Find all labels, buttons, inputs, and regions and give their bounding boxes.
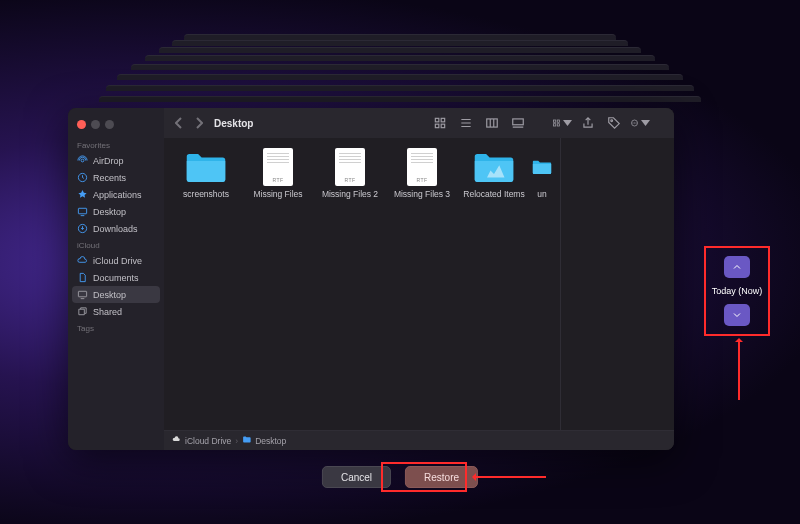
svg-point-15 bbox=[611, 120, 613, 122]
zoom-window-button[interactable] bbox=[105, 120, 114, 129]
timeline-navigator: Today (Now) bbox=[704, 246, 770, 336]
view-gallery-button[interactable] bbox=[508, 113, 528, 133]
sidebar-item-applications[interactable]: Applications bbox=[68, 186, 164, 203]
svg-point-0 bbox=[81, 159, 84, 162]
chevron-right-icon: › bbox=[235, 436, 238, 446]
tags-button[interactable] bbox=[604, 113, 624, 133]
close-window-button[interactable] bbox=[77, 120, 86, 129]
timeline-stack-layer bbox=[106, 85, 694, 91]
sidebar-item-desktop-icloud[interactable]: Desktop bbox=[72, 286, 160, 303]
svg-rect-8 bbox=[441, 124, 445, 128]
apps-icon bbox=[77, 189, 88, 200]
sidebar-item-label: Shared bbox=[93, 307, 122, 317]
folder-icon bbox=[242, 435, 251, 446]
sidebar-item-airdrop[interactable]: AirDrop bbox=[68, 152, 164, 169]
sidebar-item-label: Desktop bbox=[93, 207, 126, 217]
sidebar-item-downloads[interactable]: Downloads bbox=[68, 220, 164, 237]
timeline-stack-layer bbox=[159, 47, 641, 53]
timeline-forward-button[interactable] bbox=[724, 304, 750, 326]
sidebar-section-header: Tags bbox=[68, 320, 164, 335]
sidebar-item-recents[interactable]: Recents bbox=[68, 169, 164, 186]
svg-rect-14 bbox=[557, 124, 559, 126]
svg-rect-9 bbox=[487, 119, 498, 127]
downloads-icon bbox=[77, 223, 88, 234]
share-button[interactable] bbox=[578, 113, 598, 133]
desktop-icon bbox=[77, 206, 88, 217]
airdrop-icon bbox=[77, 155, 88, 166]
sidebar-item-label: Documents bbox=[93, 273, 139, 283]
view-icons-button[interactable] bbox=[430, 113, 450, 133]
folder-icon bbox=[185, 151, 227, 183]
main-panel: Desktop screenshots Missing F bbox=[164, 108, 674, 450]
sidebar-item-label: Applications bbox=[93, 190, 142, 200]
action-menu-button[interactable] bbox=[630, 113, 650, 133]
file-grid[interactable]: screenshots Missing Files Missing Files … bbox=[164, 138, 560, 430]
view-columns-button[interactable] bbox=[482, 113, 502, 133]
sidebar-item-label: Downloads bbox=[93, 224, 138, 234]
svg-rect-6 bbox=[441, 118, 445, 122]
svg-rect-12 bbox=[557, 120, 559, 122]
cloud-icon bbox=[77, 255, 88, 266]
document-icon bbox=[77, 272, 88, 283]
folder-item[interactable]: screenshots bbox=[172, 148, 240, 200]
folder-item-clipped[interactable]: un bbox=[532, 148, 552, 200]
back-button[interactable] bbox=[172, 113, 186, 133]
sidebar-item-icloud-drive[interactable]: iCloud Drive bbox=[68, 252, 164, 269]
content-area: screenshots Missing Files Missing Files … bbox=[164, 138, 674, 430]
folder-icon bbox=[532, 151, 552, 183]
group-by-button[interactable] bbox=[552, 113, 572, 133]
timeline-stack-layer bbox=[117, 74, 683, 80]
shared-icon bbox=[77, 306, 88, 317]
finder-window: Favorites AirDrop Recents Applications D… bbox=[68, 108, 674, 450]
clock-icon bbox=[77, 172, 88, 183]
svg-rect-5 bbox=[435, 118, 439, 122]
rtf-document-icon bbox=[407, 148, 437, 186]
svg-rect-11 bbox=[554, 120, 556, 122]
sidebar-item-label: AirDrop bbox=[93, 156, 124, 166]
minimize-window-button[interactable] bbox=[91, 120, 100, 129]
timeline-back-button[interactable] bbox=[724, 256, 750, 278]
sidebar-section-header: iCloud bbox=[68, 237, 164, 252]
sidebar: Favorites AirDrop Recents Applications D… bbox=[68, 108, 164, 450]
rtf-document-icon bbox=[263, 148, 293, 186]
svg-rect-7 bbox=[435, 124, 439, 128]
folder-item[interactable]: Relocated Items bbox=[460, 148, 528, 200]
window-controls bbox=[68, 114, 164, 137]
svg-rect-13 bbox=[554, 124, 556, 126]
rtf-document-icon bbox=[335, 148, 365, 186]
sidebar-item-documents[interactable]: Documents bbox=[68, 269, 164, 286]
toolbar: Desktop bbox=[164, 108, 674, 138]
file-label: un bbox=[537, 190, 546, 200]
sidebar-section-header: Favorites bbox=[68, 137, 164, 152]
file-label: Relocated Items bbox=[463, 190, 524, 200]
file-item[interactable]: Missing Files bbox=[244, 148, 312, 200]
timeline-stack-layer bbox=[99, 96, 701, 102]
file-item[interactable]: Missing Files 3 bbox=[388, 148, 456, 200]
file-label: Missing Files bbox=[253, 190, 302, 200]
sidebar-item-label: Desktop bbox=[93, 290, 126, 300]
file-label: screenshots bbox=[183, 190, 229, 200]
path-segment[interactable]: Desktop bbox=[255, 436, 286, 446]
file-label: Missing Files 3 bbox=[394, 190, 450, 200]
annotation-arrow bbox=[474, 476, 546, 478]
sidebar-item-shared[interactable]: Shared bbox=[68, 303, 164, 320]
view-list-button[interactable] bbox=[456, 113, 476, 133]
path-bar: iCloud Drive › Desktop bbox=[164, 430, 674, 450]
annotation-highlight bbox=[381, 462, 467, 492]
svg-rect-10 bbox=[513, 119, 524, 125]
window-title: Desktop bbox=[214, 118, 253, 129]
forward-button[interactable] bbox=[192, 113, 206, 133]
timeline-stack-layer bbox=[145, 55, 655, 61]
svg-rect-2 bbox=[78, 208, 86, 214]
timeline-stack-layer bbox=[131, 64, 669, 70]
path-segment[interactable]: iCloud Drive bbox=[185, 436, 231, 446]
annotation-arrow bbox=[738, 340, 740, 400]
folder-icon bbox=[473, 151, 515, 183]
sidebar-item-label: iCloud Drive bbox=[93, 256, 142, 266]
file-label: Missing Files 2 bbox=[322, 190, 378, 200]
sidebar-item-desktop[interactable]: Desktop bbox=[68, 203, 164, 220]
file-item[interactable]: Missing Files 2 bbox=[316, 148, 384, 200]
cloud-icon bbox=[172, 435, 181, 446]
svg-rect-4 bbox=[78, 291, 86, 297]
preview-panel bbox=[560, 138, 674, 430]
